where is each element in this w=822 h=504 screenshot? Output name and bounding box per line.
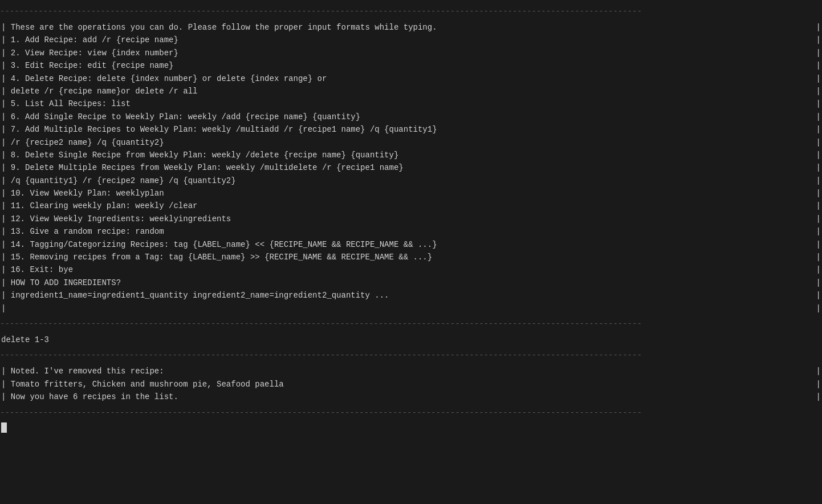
border-left: | bbox=[1, 378, 11, 391]
bottom-divider: ----------------------------------------… bbox=[0, 406, 822, 420]
help-line-4: | 3. Edit Recipe: edit {recipe name} | bbox=[0, 59, 822, 72]
help-text-18: 14. Tagging/Categorizing Recipes: tag {L… bbox=[11, 238, 811, 251]
help-text-14: 10. View Weekly Plan: weeklyplan bbox=[11, 187, 811, 200]
border-right: | bbox=[811, 123, 821, 136]
help-text-10: /r {recipe2 name} /q {quantity2} bbox=[11, 136, 811, 149]
help-line-20: | 16. Exit: bye | bbox=[0, 263, 822, 276]
border-left: | bbox=[1, 225, 11, 238]
border-left: | bbox=[1, 187, 11, 200]
command-input: delete 1-3 bbox=[0, 331, 822, 348]
border-right: | bbox=[811, 136, 821, 149]
help-line-9: | 7. Add Multiple Recipes to Weekly Plan… bbox=[0, 123, 822, 136]
response-block: | Noted. I've removed this recipe: | | T… bbox=[0, 363, 822, 405]
border-right: | bbox=[811, 225, 821, 238]
help-text-17: 13. Give a random recipe: random bbox=[11, 225, 811, 238]
border-right: | bbox=[811, 289, 821, 302]
help-line-19: | 15. Removing recipes from a Tag: tag {… bbox=[0, 251, 822, 263]
help-line-15: | 11. Clearing weekly plan: weekly /clea… bbox=[0, 200, 822, 212]
border-left: | bbox=[1, 161, 11, 174]
border-right: | bbox=[811, 72, 821, 85]
response-line-1: | Noted. I've removed this recipe: | bbox=[0, 365, 822, 377]
help-block: | These are the operations you can do. P… bbox=[0, 19, 822, 317]
help-line-13: | /q {quantity1} /r {recipe2 name} /q {q… bbox=[0, 174, 822, 187]
border-left: | bbox=[1, 302, 11, 315]
border-left: | bbox=[1, 111, 11, 123]
mid-divider-2: ----------------------------------------… bbox=[0, 348, 822, 363]
border-right: | bbox=[811, 187, 821, 200]
border-right: | bbox=[811, 21, 821, 34]
border-left: | bbox=[1, 136, 11, 149]
border-left: | bbox=[1, 200, 11, 212]
border-right: | bbox=[811, 365, 821, 377]
border-right: | bbox=[811, 97, 821, 110]
response-text-1: Noted. I've removed this recipe: bbox=[11, 365, 811, 377]
help-text-7: 5. List All Recipes: list bbox=[11, 97, 811, 110]
help-line-18: | 14. Tagging/Categorizing Recipes: tag … bbox=[0, 238, 822, 251]
border-left: | bbox=[1, 149, 11, 161]
text-cursor bbox=[1, 422, 7, 433]
border-left: | bbox=[1, 72, 11, 85]
border-left: | bbox=[1, 238, 11, 251]
border-right: | bbox=[811, 149, 821, 161]
border-right: | bbox=[811, 174, 821, 187]
border-right: | bbox=[811, 213, 821, 225]
help-line-7: | 5. List All Recipes: list | bbox=[0, 97, 822, 110]
help-text-15: 11. Clearing weekly plan: weekly /clear bbox=[11, 200, 811, 212]
border-left: | bbox=[1, 213, 11, 225]
help-text-19: 15. Removing recipes from a Tag: tag {LA… bbox=[11, 251, 811, 263]
help-text-3: 2. View Recipe: view {index number} bbox=[11, 47, 811, 59]
help-text-1: These are the operations you can do. Ple… bbox=[11, 21, 811, 34]
response-text-2: Tomato fritters, Chicken and mushroom pi… bbox=[11, 378, 811, 391]
help-line-10: | /r {recipe2 name} /q {quantity2} | bbox=[0, 136, 822, 149]
border-right: | bbox=[811, 251, 821, 263]
help-text-21: HOW TO ADD INGREDIENTS? bbox=[11, 277, 811, 289]
response-line-3: | Now you have 6 recipes in the list. | bbox=[0, 391, 822, 403]
help-text-20: 16. Exit: bye bbox=[11, 263, 811, 276]
response-text-3: Now you have 6 recipes in the list. bbox=[11, 391, 811, 403]
help-line-21: | HOW TO ADD INGREDIENTS? | bbox=[0, 277, 822, 289]
help-line-17: | 13. Give a random recipe: random | bbox=[0, 225, 822, 238]
border-right: | bbox=[811, 378, 821, 391]
help-line-5: | 4. Delete Recipe: delete {index number… bbox=[0, 72, 822, 85]
help-line-8: | 6. Add Single Recipe to Weekly Plan: w… bbox=[0, 111, 822, 123]
border-right: | bbox=[811, 200, 821, 212]
border-left: | bbox=[1, 59, 11, 72]
border-right: | bbox=[811, 302, 821, 315]
border-right: | bbox=[811, 85, 821, 97]
border-right: | bbox=[811, 263, 821, 276]
help-text-11: 8. Delete Single Recipe from Weekly Plan… bbox=[11, 149, 811, 161]
help-text-6: delete /r {recipe name}or delete /r all bbox=[11, 85, 811, 97]
help-text-8: 6. Add Single Recipe to Weekly Plan: wee… bbox=[11, 111, 811, 123]
border-left: | bbox=[1, 97, 11, 110]
terminal: ----------------------------------------… bbox=[0, 0, 822, 504]
border-left: | bbox=[1, 21, 11, 34]
help-line-2: | 1. Add Recipe: add /r {recipe name} | bbox=[0, 34, 822, 46]
help-text-22: ingredient1_name=ingredient1_quantity in… bbox=[11, 289, 811, 302]
border-left: | bbox=[1, 174, 11, 187]
help-line-1: | These are the operations you can do. P… bbox=[0, 21, 822, 34]
help-line-22: | ingredient1_name=ingredient1_quantity … bbox=[0, 289, 822, 302]
border-left: | bbox=[1, 47, 11, 59]
border-right: | bbox=[811, 59, 821, 72]
border-left: | bbox=[1, 85, 11, 97]
cursor-line[interactable] bbox=[0, 420, 822, 435]
help-text-5: 4. Delete Recipe: delete {index number} … bbox=[11, 72, 811, 85]
help-line-6: | delete /r {recipe name}or delete /r al… bbox=[0, 85, 822, 97]
help-text-12: 9. Delete Multiple Recipes from Weekly P… bbox=[11, 161, 811, 174]
help-text-16: 12. View Weekly Ingredients: weeklyingre… bbox=[11, 213, 811, 225]
border-right: | bbox=[811, 47, 821, 59]
help-line-23: | | bbox=[0, 302, 822, 315]
help-line-16: | 12. View Weekly Ingredients: weeklying… bbox=[0, 213, 822, 225]
help-text-4: 3. Edit Recipe: edit {recipe name} bbox=[11, 59, 811, 72]
help-line-11: | 8. Delete Single Recipe from Weekly Pl… bbox=[0, 149, 822, 161]
help-text-2: 1. Add Recipe: add /r {recipe name} bbox=[11, 34, 811, 46]
border-left: | bbox=[1, 289, 11, 302]
mid-divider-1: ----------------------------------------… bbox=[0, 317, 822, 331]
border-left: | bbox=[1, 34, 11, 46]
border-left: | bbox=[1, 263, 11, 276]
help-line-14: | 10. View Weekly Plan: weeklyplan | bbox=[0, 187, 822, 200]
border-left: | bbox=[1, 277, 11, 289]
help-text-13: /q {quantity1} /r {recipe2 name} /q {qua… bbox=[11, 174, 811, 187]
border-right: | bbox=[811, 161, 821, 174]
response-line-2: | Tomato fritters, Chicken and mushroom … bbox=[0, 378, 822, 391]
